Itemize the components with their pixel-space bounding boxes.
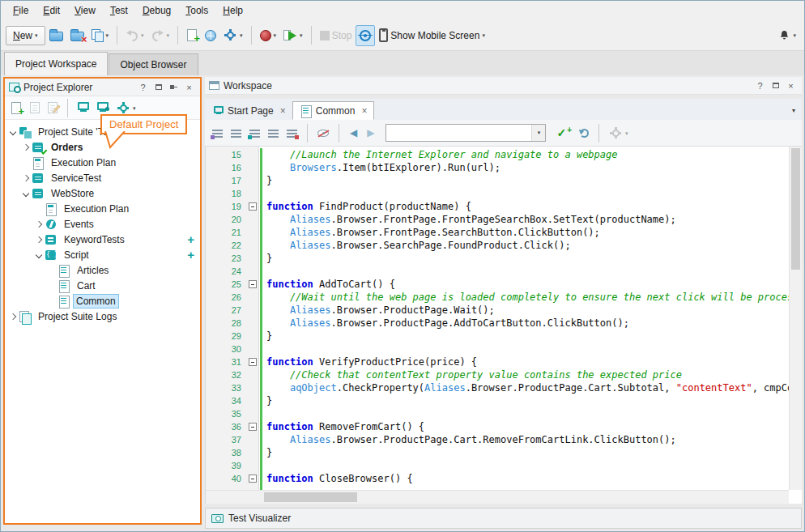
tab-common[interactable]: Common × [292,101,375,120]
test-visualizer-icon [211,514,224,523]
tree-expander-icon[interactable] [20,172,32,184]
fold-collapse-icon[interactable] [249,358,257,366]
scrollbar-thumb[interactable] [264,492,357,502]
close-panel-button[interactable]: × [784,79,798,92]
tree-item-events[interactable]: Events [5,216,200,232]
line-number: 18 [206,187,241,200]
tree-item-common[interactable]: Common [5,293,200,309]
ed-settings-button[interactable]: ▾ [607,124,631,142]
tree-expander-icon[interactable] [33,234,45,245]
code-editor[interactable]: 1516171819202122232425262728293031323334… [205,147,802,504]
vertical-scrollbar[interactable] [789,147,802,490]
ed-indent-button[interactable] [266,124,281,142]
close-panel-button[interactable]: × [182,81,196,94]
code-lines[interactable]: //Launch the Internet Explorer and navig… [262,147,789,504]
add-web-item-button[interactable] [202,25,219,46]
tree-item-servicetest[interactable]: ServiceTest [5,170,200,185]
menu-item-help[interactable]: Help [215,2,250,19]
save-all-button[interactable]: ▾ [88,25,113,46]
chevron-down-icon[interactable]: ▾ [531,125,545,141]
menu-item-view[interactable]: View [67,2,103,19]
close-project-button[interactable]: × [67,25,87,46]
line-number: 20 [206,213,241,226]
tree-item-script[interactable]: Script+ [5,247,200,262]
tree-item-execution-plan[interactable]: Execution Plan [5,201,200,216]
tab-object-browser[interactable]: Object Browser [109,53,198,75]
tree-item-articles[interactable]: Articles [5,262,200,278]
tree-expander-icon[interactable] [20,188,32,199]
tree-item-cart[interactable]: Cart [5,278,200,293]
manage-tools-button[interactable]: ▾ [220,25,246,46]
menu-item-file[interactable]: File [6,2,36,19]
menu-item-debug[interactable]: Debug [135,2,178,19]
tree-item-webstore[interactable]: WebStore [5,185,200,201]
ed-refresh-button[interactable] [577,124,591,142]
fold-cell [248,161,258,174]
pin-panel-button[interactable] [167,81,181,94]
tree-item-project-suite-logs[interactable]: Project Suite Logs [5,309,200,324]
fold-collapse-icon[interactable] [249,475,257,483]
ed-format-button[interactable] [210,124,225,142]
ed-syntax-check-button[interactable]: ✓+ [554,124,574,142]
pe-object-browser-button[interactable] [75,99,92,117]
tree-expander-icon[interactable] [33,249,45,261]
help-button[interactable]: ? [753,79,767,92]
close-tab-icon[interactable]: × [361,105,367,117]
ed-outdent-button[interactable] [284,124,300,142]
ed-toggle-hidden-button[interactable] [315,124,331,142]
fold-collapse-icon[interactable] [249,280,257,288]
pe-add-existing-item-button[interactable] [28,99,42,117]
add-new-item-button[interactable]: + [183,25,201,46]
document-tabs: Start Page × Common × ▾ [205,99,802,120]
tree-expander-icon[interactable] [33,219,45,230]
fold-collapse-icon[interactable] [249,202,257,211]
ed-uncomment-button[interactable] [247,124,262,142]
record-test-button[interactable]: ▾ [257,25,280,46]
fold-collapse-icon[interactable] [249,423,257,431]
ed-navigate-back-button[interactable]: ◀ [347,126,360,140]
tree-expander-icon[interactable] [20,142,32,153]
test-visualizer-bar[interactable]: Test Visualizer [205,508,802,529]
menu-item-test[interactable]: Test [103,2,135,19]
code-line: function VerifyProductPrice(price) { [266,355,789,368]
help-button[interactable]: ? [136,81,150,94]
ed-comment-button[interactable] [228,124,244,142]
menu-item-tools[interactable]: Tools [178,2,215,19]
tree-item-execution-plan[interactable]: Execution Plan [5,155,200,170]
float-panel-button[interactable] [151,81,165,94]
code-line: Aliases.Browser.FrontPage.FrontPageSearc… [266,213,789,226]
monitor-icon [78,102,89,110]
horizontal-scrollbar[interactable] [206,490,789,504]
add-child-item-button[interactable]: + [187,232,194,246]
chevron-down-icon: ▾ [141,32,144,38]
new-button[interactable]: New ▾ [6,26,45,45]
open-project-button[interactable] [46,25,66,46]
add-child-item-button[interactable]: + [187,248,194,262]
toolbar-separator [307,124,308,143]
tree-expander-icon[interactable] [7,311,19,322]
pe-rename-item-button[interactable] [45,99,60,117]
tree-item-keywordtests[interactable]: KeywordTests+ [5,232,200,247]
undo-button[interactable]: ▾ [122,25,147,46]
tab-project-workspace[interactable]: Project Workspace [4,52,108,75]
tab-start-page[interactable]: Start Page × [207,101,292,120]
show-test-visualizer-button[interactable] [356,25,375,46]
ed-search-combobox[interactable]: ▾ [385,124,546,142]
pe-add-new-item-button[interactable]: + [8,99,24,117]
tree-item-orders[interactable]: Orders [5,139,200,155]
tab-list-dropdown-icon[interactable]: ▾ [792,107,795,114]
menu-item-edit[interactable]: Edit [36,2,67,19]
script-unit-icon [58,279,71,292]
float-panel-button[interactable] [769,79,782,92]
close-tab-icon[interactable]: × [280,105,286,117]
testcomplete-window: FileEditViewTestDebugToolsHelp New ▾ × ▾… [0,0,805,532]
stop-button[interactable]: Stop [317,25,356,46]
fold-cell [248,407,258,420]
run-test-button[interactable]: ▾ [280,25,306,46]
show-mobile-screen-button[interactable]: Show Mobile Screen ▾ [376,25,488,46]
ed-navigate-forward-button[interactable]: ▶ [364,126,377,140]
redo-button[interactable]: ▾ [148,25,173,46]
scrollbar-thumb[interactable] [791,148,800,270]
tree-expander-icon[interactable] [7,126,19,138]
notifications-button[interactable]: ▾ [775,25,799,46]
